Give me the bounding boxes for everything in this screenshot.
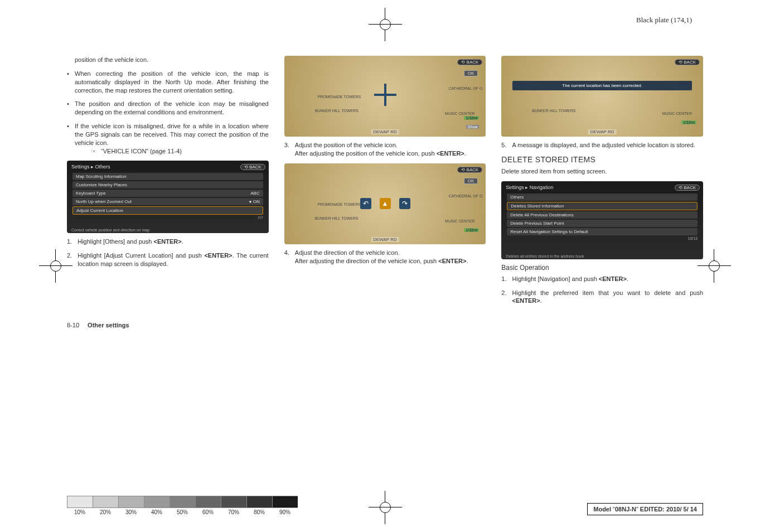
road-bottom: DEWAP RD — [588, 129, 617, 134]
enter-key: <ENTER> — [512, 297, 540, 304]
ok-button: OK — [464, 70, 478, 76]
grayscale-pct: 40% — [144, 509, 170, 515]
show-button: Show — [466, 125, 480, 129]
step-text-post: . — [182, 238, 183, 245]
steps-list-3: 1. Highlight [Navigation] and push <ENTE… — [501, 275, 703, 306]
road-bottom: DEWAP RD — [371, 237, 399, 242]
step-text-post: . — [540, 297, 542, 304]
menu-item: Keyboard TypeABC — [72, 190, 263, 197]
back-button: ⟲ BACK — [240, 164, 265, 170]
bullet-3: If the vehicle icon is misaligned, drive… — [67, 122, 269, 155]
column-3: ⟲ BACK The current location has been cor… — [501, 56, 703, 311]
menu-item: Others — [507, 194, 698, 201]
column-2: ⟲ BACK OK PROMENADE TOWERS BUNKER HILL T… — [284, 56, 486, 311]
bullet-1: When correcting the position of the vehi… — [67, 70, 269, 95]
grayscale-bar — [93, 496, 118, 508]
enter-key: <ENTER> — [437, 150, 464, 157]
road-label: BUNKER HILL TOWERS — [532, 109, 575, 113]
menu-list: Map Scrolling Information Customize Near… — [72, 173, 263, 220]
steps-list-1: 1. Highlight [Others] and push <ENTER>. … — [67, 238, 269, 268]
road-label: PROMENADE TOWERS — [318, 95, 361, 99]
step-num: 1. — [67, 238, 72, 246]
step-text: Highlight [Navigation] and push — [512, 275, 599, 282]
reference-text: “VEHICLE ICON” (page 11-4) — [101, 148, 182, 154]
screen-title: Settings ▸ Navigation — [506, 185, 553, 190]
step-num: 3. — [284, 141, 289, 158]
model-date: 2010/ 5/ 14 — [666, 506, 697, 512]
regmark-left — [39, 249, 72, 283]
confirmation-message: The current location has been corrected. — [512, 81, 692, 90]
vehicle-icon: ▲ — [380, 198, 391, 209]
step-text-post: . — [627, 275, 628, 282]
crosshair-icon — [374, 84, 396, 106]
grayscale-bar — [195, 496, 221, 508]
mi-right: ● ON — [249, 199, 260, 204]
model-name: 08NJ-N — [615, 506, 636, 512]
menu-page-indicator: 7/7 — [72, 216, 263, 220]
step-4-list: 4. Adjust the direction of the vehicle i… — [284, 249, 486, 265]
settings-others-screenshot: Settings ▸ Others ⟲ BACK Map Scrolling I… — [67, 161, 269, 233]
road-label: BUNKER HILL TOWERS — [315, 216, 359, 220]
mi-right: ABC — [250, 191, 259, 196]
step-3-list: 3. Adjust the position of the vehicle ic… — [284, 141, 486, 158]
menu-page-indicator: 10/13 — [507, 236, 698, 240]
step-text: A message is displayed, and the adjusted… — [512, 141, 703, 149]
step-num: 5. — [501, 141, 506, 149]
reference-icon: ☞ — [88, 147, 99, 156]
grayscale-pct: 90% — [272, 509, 298, 515]
screen-footer: Correct vehicle position and direction o… — [71, 228, 149, 232]
menu-item-selected: Deletes Stored Information — [507, 202, 698, 210]
step-text: Highlight [Others] and push — [78, 238, 153, 245]
step-4: 4. Adjust the direction of the vehicle i… — [284, 249, 486, 265]
section-sub: Delete stored item from setting screen. — [501, 167, 703, 176]
road-label: PROMENADE TOWERS — [318, 202, 361, 206]
grayscale-bar — [144, 496, 170, 508]
grayscale-bar — [221, 496, 246, 508]
road-label: MUSIC CENTER — [445, 219, 474, 223]
step-line2-pre: After adjusting the direction of the veh… — [295, 258, 438, 264]
settings-navigation-screenshot: Settings ▸ Navigation ⟲ BACK Others Dele… — [501, 181, 703, 259]
menu-item: Delete Previous Start Point — [507, 220, 698, 227]
step-text: Highlight the preferred item that you wa… — [512, 289, 703, 296]
back-button: ⟲ BACK — [457, 167, 482, 173]
step-2: 2. Highlight [Adjust Current Location] a… — [67, 252, 269, 268]
grayscale-pct: 10% — [67, 509, 93, 515]
mi-label: Delete Previous Start Point — [510, 221, 564, 226]
dist-label: 1/32mi — [681, 120, 696, 124]
map-confirm-screenshot: ⟲ BACK The current location has been cor… — [501, 56, 703, 137]
step-line2-post: . — [464, 150, 466, 157]
mi-label: Customize Nearby Places — [76, 182, 127, 187]
grayscale-pct: 80% — [246, 509, 272, 515]
model-box: Model "08NJ-N" EDITED: 2010/ 5/ 14 — [587, 503, 703, 515]
bullet-2: The position and direction of the vehicl… — [67, 100, 269, 117]
page-section-label: Other settings — [88, 322, 129, 328]
step-5-list: 5. A message is displayed, and the adjus… — [501, 141, 703, 149]
step-1b: 1. Highlight [Navigation] and push <ENTE… — [501, 275, 703, 283]
enter-key: <ENTER> — [204, 252, 232, 259]
map-position-screenshot: ⟲ BACK OK PROMENADE TOWERS BUNKER HILL T… — [284, 56, 486, 137]
grayscale-bar — [118, 496, 144, 508]
mi-label: Keyboard Type — [76, 191, 106, 196]
step-line2-pre: After adjusting the position of the vehi… — [295, 150, 437, 157]
intro-fragment: position of the vehicle icon. — [67, 56, 269, 64]
mi-label: Delete All Previous Destinations — [510, 212, 573, 217]
section-heading: DELETE STORED ITEMS — [501, 155, 703, 164]
column-1: position of the vehicle icon. When corre… — [67, 56, 269, 311]
road-bottom: DEWAP RD — [371, 129, 399, 134]
grayscale-pct: 50% — [170, 509, 195, 515]
back-button: ⟲ BACK — [675, 185, 700, 191]
plate-header: Black plate (174,1) — [636, 16, 692, 25]
step-1: 1. Highlight [Others] and push <ENTER>. — [67, 238, 269, 246]
ok-button: OK — [464, 178, 478, 184]
step-3: 3. Adjust the position of the vehicle ic… — [284, 141, 486, 158]
screen-title: Settings ▸ Others — [71, 164, 110, 170]
road-label: MUSIC CENTER — [445, 112, 474, 115]
grayscale-bar — [170, 496, 195, 508]
step-num: 2. — [501, 289, 506, 306]
enter-key: <ENTER> — [599, 275, 627, 282]
road-label: BUNKER HILL TOWERS — [315, 109, 359, 113]
road-label: MUSIC CENTER — [662, 112, 692, 115]
mi-label: Map Scrolling Information — [76, 174, 127, 179]
grayscale-bar — [272, 496, 298, 508]
grayscale-strip: 10%20%30%40%50%60%70%80%90% — [67, 496, 298, 515]
